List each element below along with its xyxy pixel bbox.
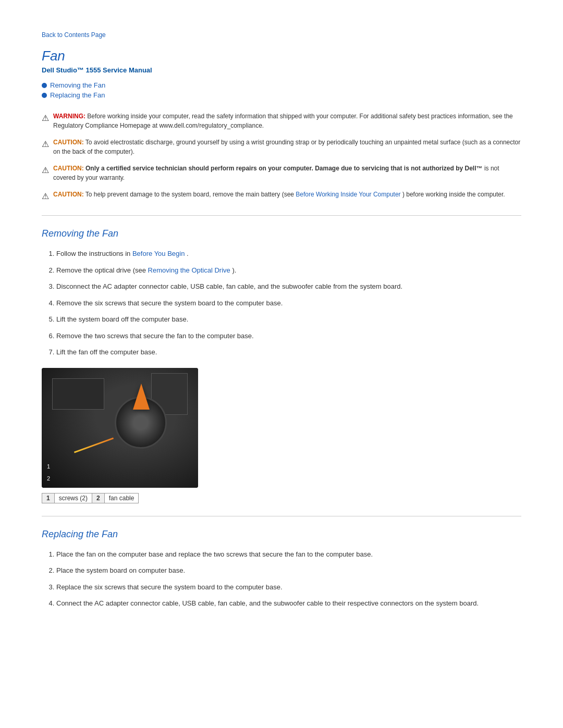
removing-steps-list: Follow the instructions in Before You Be… <box>42 249 521 357</box>
page-title: Fan <box>42 48 521 64</box>
fan-image: 1 2 <box>42 368 198 488</box>
fan-label-2: 2 <box>47 475 50 482</box>
toc-item-removing: Removing the Fan <box>42 81 521 89</box>
replacing-section-title: Replacing the Fan <box>42 529 521 540</box>
fan-arrow <box>133 384 150 410</box>
removing-step-5: Lift the system board off the computer b… <box>56 314 521 325</box>
fan-component-left <box>52 378 104 410</box>
toc-bullet-2 <box>42 93 47 98</box>
caution-notice-1: ⚠ CAUTION: To avoid electrostatic discha… <box>42 138 521 156</box>
caution-text-3: CAUTION: To help prevent damage to the s… <box>53 190 505 199</box>
callout-num-1: 1 <box>42 493 55 503</box>
replacing-step-1: Place the fan on the computer base and r… <box>56 549 521 560</box>
removing-section-title: Removing the Fan <box>42 228 521 239</box>
replacing-steps-list: Place the fan on the computer base and r… <box>42 549 521 609</box>
replacing-step-3: Replace the six screws that secure the s… <box>56 582 521 593</box>
warning-notice: ⚠ WARNING: Before working inside your co… <box>42 112 521 130</box>
caution-notice-3: ⚠ CAUTION: To help prevent damage to the… <box>42 190 521 203</box>
fan-image-container: 1 2 <box>42 368 198 488</box>
divider-2 <box>42 516 521 516</box>
caution-icon-1: ⚠ <box>42 138 49 151</box>
caution-icon-3: ⚠ <box>42 190 49 203</box>
back-to-contents-link[interactable]: Back to Contents Page <box>42 31 521 39</box>
toc-link-replacing[interactable]: Replacing the Fan <box>50 91 105 99</box>
warning-icon: ⚠ <box>42 112 49 125</box>
subtitle: Dell Studio™ 1555 Service Manual <box>42 66 521 74</box>
replacing-step-4: Connect the AC adapter connector cable, … <box>56 598 521 609</box>
toc-list: Removing the Fan Replacing the Fan <box>42 81 521 99</box>
fan-label-1: 1 <box>47 463 50 470</box>
before-working-link[interactable]: Before Working Inside Your Computer <box>296 191 400 198</box>
callout-label-2: fan cable <box>104 493 139 503</box>
callout-label-1: screws (2) <box>54 493 92 503</box>
callout-table: 1 screws (2) 2 fan cable <box>42 493 139 503</box>
warning-text: WARNING: Before working inside your comp… <box>53 112 521 130</box>
toc-bullet-1 <box>42 83 47 88</box>
before-you-begin-link[interactable]: Before You Begin <box>132 250 185 257</box>
toc-link-removing[interactable]: Removing the Fan <box>50 81 105 89</box>
callout-row: 1 screws (2) 2 fan cable <box>42 493 139 503</box>
replacing-step-2: Place the system board on computer base. <box>56 565 521 576</box>
removing-step-6: Remove the two screws that secure the fa… <box>56 331 521 341</box>
removing-step-2: Remove the optical drive (see Removing t… <box>56 265 521 276</box>
caution-text-1: CAUTION: To avoid electrostatic discharg… <box>53 138 521 156</box>
callout-num-2: 2 <box>92 493 105 503</box>
toc-item-replacing: Replacing the Fan <box>42 91 521 99</box>
caution-notice-2: ⚠ CAUTION: Only a certified service tech… <box>42 164 521 182</box>
caution-icon-2: ⚠ <box>42 164 49 177</box>
removing-step-1: Follow the instructions in Before You Be… <box>56 249 521 259</box>
caution-text-2: CAUTION: Only a certified service techni… <box>53 164 521 182</box>
removing-step-7: Lift the fan off the computer base. <box>56 347 521 357</box>
divider-1 <box>42 215 521 216</box>
removing-optical-drive-link[interactable]: Removing the Optical Drive <box>148 266 230 274</box>
removing-step-3: Disconnect the AC adapter connector cabl… <box>56 281 521 292</box>
removing-step-4: Remove the six screws that secure the sy… <box>56 298 521 309</box>
